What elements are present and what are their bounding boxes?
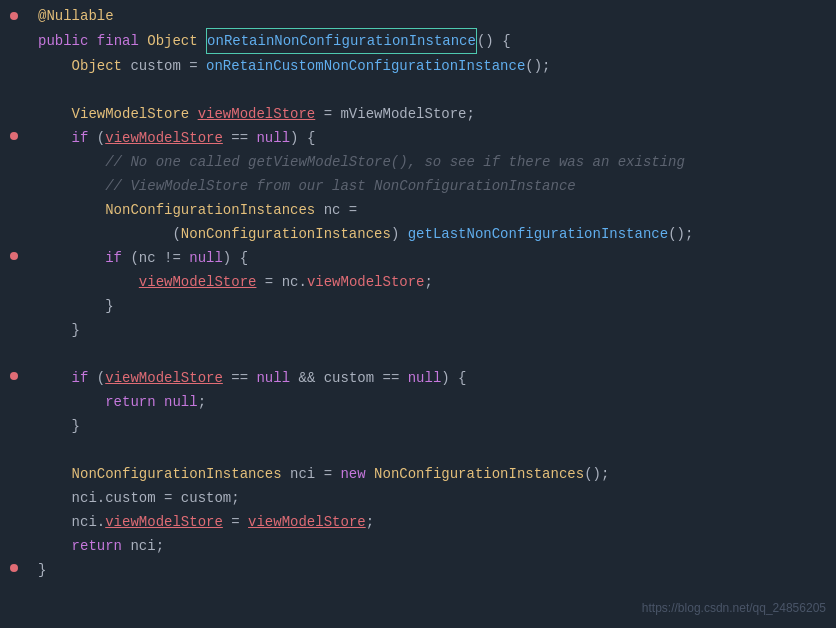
brace24: } bbox=[38, 558, 46, 582]
cast10b: ) bbox=[391, 222, 408, 246]
gutter-cell-8 bbox=[0, 172, 28, 196]
cast10: ( bbox=[172, 222, 180, 246]
var-vms6: viewModelStore bbox=[105, 126, 223, 150]
var-vms12b: viewModelStore bbox=[307, 270, 425, 294]
brace13: } bbox=[105, 294, 113, 318]
nci23: nci; bbox=[122, 534, 164, 558]
kw-if11: if bbox=[105, 246, 122, 270]
gutter-cell-23 bbox=[0, 532, 28, 556]
gutter-cell-1 bbox=[0, 4, 28, 28]
code-line-3: Object custom = onRetainCustomNonConfigu… bbox=[28, 54, 836, 78]
indent3 bbox=[38, 54, 72, 78]
kw-null16a: null bbox=[256, 366, 290, 390]
paren16a: ( bbox=[88, 366, 105, 390]
breakpoint-16 bbox=[10, 372, 18, 380]
brace14: } bbox=[72, 318, 80, 342]
var-vms12: viewModelStore bbox=[139, 270, 257, 294]
gutter-cell-9 bbox=[0, 196, 28, 220]
indent16 bbox=[38, 366, 72, 390]
space3 bbox=[198, 29, 206, 53]
watermark: https://blog.csdn.net/qq_24856205 bbox=[642, 596, 826, 620]
type-nci20: NonConfigurationInstances bbox=[72, 462, 282, 486]
type-nci9: NonConfigurationInstances bbox=[105, 198, 315, 222]
gutter-cell-5 bbox=[0, 100, 28, 124]
eq22: = bbox=[223, 510, 248, 534]
breakpoint-11 bbox=[10, 252, 18, 260]
code-line-1: @Nullable bbox=[28, 4, 836, 28]
paren3: (); bbox=[525, 54, 550, 78]
code-line-17: return null ; bbox=[28, 390, 836, 414]
paren6a: ( bbox=[88, 126, 105, 150]
indent7 bbox=[38, 150, 105, 174]
code-line-8: // ViewModelStore from our last NonConfi… bbox=[28, 174, 836, 198]
breakpoint-6 bbox=[10, 132, 18, 140]
gutter-cell-14 bbox=[0, 316, 28, 340]
space17 bbox=[156, 390, 164, 414]
paren11a: (nc != bbox=[122, 246, 189, 270]
space5 bbox=[189, 102, 197, 126]
code-line-23: return nci; bbox=[28, 534, 836, 558]
kw-new20: new bbox=[340, 462, 365, 486]
space-custom: custom = bbox=[122, 54, 206, 78]
kw-return23: return bbox=[72, 534, 122, 558]
var-vms22b: viewModelStore bbox=[248, 510, 366, 534]
indent23 bbox=[38, 534, 72, 558]
nc9: nc = bbox=[315, 198, 357, 222]
var-vms22: viewModelStore bbox=[105, 510, 223, 534]
code-line-6: if ( viewModelStore == null ) { bbox=[28, 126, 836, 150]
eq5: = mViewModelStore; bbox=[315, 102, 475, 126]
brace6: ) { bbox=[290, 126, 315, 150]
semi22: ; bbox=[366, 510, 374, 534]
gutter-cell-22 bbox=[0, 508, 28, 532]
method-onretain: onRetainNonConfigurationInstance bbox=[206, 28, 477, 54]
code-line-14: } bbox=[28, 318, 836, 342]
kw-return17: return bbox=[105, 390, 155, 414]
kw-final: final bbox=[97, 29, 139, 53]
var-vms16: viewModelStore bbox=[105, 366, 223, 390]
indent21 bbox=[38, 486, 72, 510]
code-line-22: nci. viewModelStore = viewModelStore ; bbox=[28, 510, 836, 534]
semi12: ; bbox=[425, 270, 433, 294]
code-line-21: nci.custom = custom; bbox=[28, 486, 836, 510]
indent6 bbox=[38, 126, 72, 150]
kw-null17: null bbox=[164, 390, 198, 414]
indent22 bbox=[38, 510, 72, 534]
gutter-cell-7 bbox=[0, 148, 28, 172]
code-line-9: NonConfigurationInstances nc = bbox=[28, 198, 836, 222]
kw-null6: null bbox=[256, 126, 290, 150]
code-line-20: NonConfigurationInstances nci = new NonC… bbox=[28, 462, 836, 486]
gutter-cell-6 bbox=[0, 124, 28, 148]
type-cast10: NonConfigurationInstances bbox=[181, 222, 391, 246]
gutter-cell-13 bbox=[0, 292, 28, 316]
kw-null16b: null bbox=[408, 366, 442, 390]
paren-open: () { bbox=[477, 29, 511, 53]
code-line-5: ViewModelStore viewModelStore = mViewMod… bbox=[28, 102, 836, 126]
code-line-7: // No one called getViewModelStore(), so… bbox=[28, 150, 836, 174]
space bbox=[88, 29, 96, 53]
nci21: nci.custom = custom; bbox=[72, 486, 240, 510]
code-line-19 bbox=[28, 438, 836, 462]
gutter-cell-4 bbox=[0, 76, 28, 100]
code-lines: @Nullable public final Object onRetainNo… bbox=[28, 0, 836, 628]
code-line-12: viewModelStore = nc. viewModelStore ; bbox=[28, 270, 836, 294]
code-line-15 bbox=[28, 342, 836, 366]
code-line-24: } bbox=[28, 558, 836, 582]
indent8 bbox=[38, 174, 105, 198]
breakpoint-1 bbox=[10, 12, 18, 20]
semi10: (); bbox=[668, 222, 693, 246]
type-vms: ViewModelStore bbox=[72, 102, 190, 126]
code-line-16: if ( viewModelStore == null && custom ==… bbox=[28, 366, 836, 390]
gutter-cell-2 bbox=[0, 28, 28, 52]
indent9 bbox=[38, 198, 105, 222]
brace11: ) { bbox=[223, 246, 248, 270]
paren20: (); bbox=[584, 462, 609, 486]
nci22a: nci. bbox=[72, 510, 106, 534]
indent17 bbox=[38, 390, 105, 414]
indent13 bbox=[38, 294, 105, 318]
breakpoint-24 bbox=[10, 564, 18, 572]
gutter-cell-3 bbox=[0, 52, 28, 76]
brace18: } bbox=[72, 414, 80, 438]
code-line-2: public final Object onRetainNonConfigura… bbox=[28, 28, 836, 54]
space20 bbox=[366, 462, 374, 486]
brace16: ) { bbox=[441, 366, 466, 390]
